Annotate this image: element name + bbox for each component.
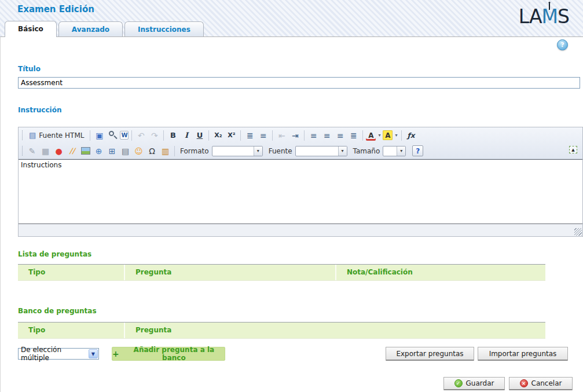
lams-tower-icon <box>548 2 551 10</box>
tab-bar: Básico Avanzado Instrucciones <box>5 21 204 36</box>
underline-icon[interactable]: U <box>193 129 206 141</box>
bullet-list-icon[interactable]: ≡ <box>257 129 269 141</box>
size-combo[interactable]: Tamaño▾ <box>353 146 406 156</box>
text-color-arrow-icon[interactable]: ▾ <box>376 133 382 138</box>
preview-icon[interactable] <box>107 129 119 141</box>
cancel-x-icon: × <box>520 379 528 387</box>
toolbar-separator <box>304 130 305 141</box>
question-bank-table: Tipo Pregunta <box>18 322 545 339</box>
horizontal-rule-icon[interactable]: ▤ <box>119 145 131 157</box>
media-clip-icon[interactable]: ▦ <box>39 145 52 157</box>
question-bank-header-row: Tipo Pregunta <box>18 322 545 339</box>
format-combo[interactable]: Formato▾ <box>180 146 263 156</box>
exam-edit-page: Examen Edición LAMS Básico Avanzado Inst… <box>0 0 583 392</box>
special-char-icon[interactable]: Ω <box>146 145 158 157</box>
column-header-nota: Nota/Calificación <box>336 265 545 280</box>
align-left-icon[interactable]: ≡ <box>307 129 320 141</box>
indent-icon[interactable]: ⇥ <box>289 129 301 141</box>
redo-icon[interactable]: ↷ <box>148 129 160 141</box>
question-list-title: Lista de preguntas <box>18 250 91 258</box>
toolbar-separator <box>362 130 363 141</box>
toolbar-separator <box>163 130 164 141</box>
toolbar-separator <box>208 130 209 141</box>
column-header-tipo: Tipo <box>18 323 125 338</box>
size-combo-arrow-icon[interactable]: ▾ <box>397 146 405 156</box>
title-label: Título <box>18 65 41 73</box>
toolbar-separator <box>174 146 175 156</box>
highlight-color-icon[interactable]: A <box>383 130 393 140</box>
tab-content-basico: ? Título Instrucción ▤Fuente HTML▣W↶↷BIU… <box>0 36 583 392</box>
editor-resize-handle[interactable] <box>574 228 582 236</box>
cancel-button-label: Cancelar <box>531 379 562 387</box>
rich-text-editor: ▤Fuente HTML▣W↶↷BIUX₂X²≣≡⇤⇥≡≡≡≣A▾A▾ƒx ✎▦… <box>18 127 583 237</box>
numbered-list-icon[interactable]: ≣ <box>244 129 256 141</box>
formula-icon[interactable]: ƒx <box>405 129 417 141</box>
font-combo-value[interactable]: ▾ <box>295 146 347 156</box>
help-icon[interactable]: ? <box>557 39 568 50</box>
align-center-icon[interactable]: ≡ <box>321 129 333 141</box>
editor-about-button[interactable]: ? <box>412 145 423 156</box>
cancel-button[interactable]: × Cancelar <box>509 377 573 390</box>
select-dropdown-arrow-icon[interactable]: ▼ <box>89 349 98 358</box>
bold-icon[interactable]: B <box>167 129 179 141</box>
image-thumbnail <box>81 147 90 155</box>
import-questions-button[interactable]: Importar preguntas <box>478 347 568 361</box>
source-button-label: Fuente HTML <box>39 131 84 140</box>
insert-image-icon[interactable] <box>79 145 91 157</box>
tab-instrucciones[interactable]: Instrucciones <box>124 21 204 36</box>
text-color-icon[interactable]: A <box>366 130 376 141</box>
save-check-icon: ✓ <box>454 379 463 387</box>
smiley-icon[interactable]: ☺ <box>133 145 145 157</box>
add-question-to-bank-button[interactable]: + Añadir pregunta a la banco <box>112 347 225 361</box>
question-type-select-value: De elección múltiple <box>21 346 89 362</box>
toolbar-separator <box>90 130 90 141</box>
export-questions-button[interactable]: Exportar preguntas <box>386 347 474 361</box>
question-type-select[interactable]: De elección múltiple ▼ <box>18 348 99 360</box>
templates-icon[interactable]: ▥ <box>159 145 171 157</box>
instruction-editor-area[interactable]: Instructions <box>19 159 582 224</box>
justify-icon[interactable]: ≣ <box>347 129 360 141</box>
highlight-color-arrow-icon[interactable]: ▾ <box>393 133 399 138</box>
title-input[interactable] <box>18 77 580 89</box>
tab-avanzado[interactable]: Avanzado <box>58 21 123 36</box>
lams-logo-m: M <box>542 7 558 26</box>
flash-globe-icon[interactable]: ⊕ <box>93 145 105 157</box>
font-combo[interactable]: Fuente▾ <box>269 146 347 156</box>
question-bank-title: Banco de preguntas <box>18 307 97 315</box>
toolbar-separator <box>272 130 273 141</box>
paste-from-word-icon[interactable]: W <box>120 131 129 140</box>
plus-icon: + <box>112 349 119 358</box>
toolbar-separator <box>401 130 402 141</box>
paint-strokes-icon[interactable]: // <box>66 145 78 157</box>
format-combo-value[interactable]: ▾ <box>212 146 263 156</box>
font-combo-arrow-icon[interactable]: ▾ <box>338 146 347 156</box>
save-button-label: Guardar <box>466 379 494 387</box>
tab-basico[interactable]: Básico <box>5 21 57 37</box>
toolbar-drag-handle <box>22 130 23 140</box>
save-button[interactable]: ✓ Guardar <box>443 377 505 390</box>
superscript-icon[interactable]: X² <box>225 129 237 141</box>
toolbar-drag-handle <box>22 146 23 156</box>
format-combo-label: Formato <box>180 147 209 155</box>
header-band: Examen Edición LAMS Básico Avanzado Inst… <box>0 0 583 36</box>
select-all-icon[interactable]: ▣ <box>93 129 105 141</box>
add-question-label: Añadir pregunta a la banco <box>123 346 225 362</box>
record-audio-icon[interactable]: ● <box>53 145 65 157</box>
insert-table-icon[interactable]: ⊞ <box>106 145 118 157</box>
align-right-icon[interactable]: ≡ <box>334 129 346 141</box>
source-button[interactable]: ▤Fuente HTML <box>25 129 87 141</box>
editor-toolbar-row-1: ▤Fuente HTML▣W↶↷BIUX₂X²≣≡⇤⇥≡≡≡≣A▾A▾ƒx <box>19 127 582 143</box>
subscript-icon[interactable]: X₂ <box>212 129 224 141</box>
question-list-table: Tipo Pregunta Nota/Calificación <box>18 264 545 281</box>
editor-toolbar-row-2: ✎▦●//⊕⊞▤☺Ω▥Formato▾Fuente▾Tamaño▾? <box>19 143 582 159</box>
format-combo-arrow-icon[interactable]: ▾ <box>254 146 262 156</box>
lams-logo: LAMS <box>519 7 569 26</box>
column-header-pregunta: Pregunta <box>125 323 545 338</box>
italic-icon[interactable]: I <box>180 129 192 141</box>
collapse-toolbar-button[interactable]: ▲ <box>569 146 577 153</box>
outdent-icon[interactable]: ⇤ <box>276 129 288 141</box>
column-header-pregunta: Pregunta <box>125 265 336 280</box>
size-combo-value[interactable]: ▾ <box>383 146 406 156</box>
undo-icon[interactable]: ↶ <box>135 129 147 141</box>
edit-pencil-icon[interactable]: ✎ <box>26 145 38 157</box>
